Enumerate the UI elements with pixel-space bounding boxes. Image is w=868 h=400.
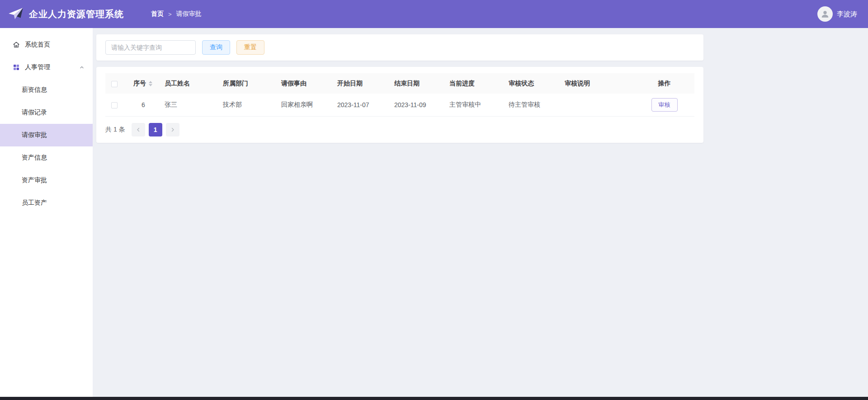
chevron-right-icon xyxy=(170,127,175,132)
sidebar-item-label: 资产审批 xyxy=(22,176,85,184)
select-all-checkbox[interactable] xyxy=(111,81,118,87)
search-input[interactable] xyxy=(105,40,196,55)
app-root: 企业人力资源管理系统 首页 > 请假审批 李波涛 xyxy=(0,0,868,400)
column-header-audit-note: 审核说明 xyxy=(565,73,634,94)
column-header-index: 序号 xyxy=(126,73,165,94)
query-button[interactable]: 查询 xyxy=(202,40,230,55)
reset-button[interactable]: 重置 xyxy=(236,40,264,55)
sidebar-item-hr-management[interactable]: 人事管理 xyxy=(0,56,93,79)
app-logo xyxy=(7,5,24,23)
person-icon xyxy=(820,9,830,19)
sidebar-item-label: 资产信息 xyxy=(22,154,85,162)
leave-approval-table-card: 序号 员工姓名 所属部门 请假事由 开始日期 结束日期 当前进度 审核状态 审核… xyxy=(96,67,703,143)
breadcrumb-current: 请假审批 xyxy=(176,10,202,18)
cell-action: 审核 xyxy=(634,94,694,116)
chevron-left-icon xyxy=(136,127,141,132)
sidebar: 系统首页 人事管理 xyxy=(0,28,93,397)
search-bar-card: 查询 重置 xyxy=(96,34,703,61)
sidebar-item-label: 请假记录 xyxy=(22,108,85,117)
paper-plane-icon xyxy=(7,5,24,23)
body-row: 系统首页 人事管理 xyxy=(0,28,868,397)
sidebar-item-label: 员工资产 xyxy=(22,199,85,207)
cell-name: 张三 xyxy=(165,94,223,116)
cell-department: 技术部 xyxy=(223,94,281,116)
sidebar-item-label: 人事管理 xyxy=(25,63,74,71)
cell-audit-status: 待主管审核 xyxy=(509,94,565,116)
sidebar-item-label: 系统首页 xyxy=(25,41,85,49)
main-content: 查询 重置 xyxy=(93,28,868,397)
sidebar-item-leave-approval[interactable]: 请假审批 xyxy=(0,124,93,146)
cell-audit-note xyxy=(565,94,634,116)
user-name: 李波涛 xyxy=(837,10,857,19)
column-header-action: 操作 xyxy=(634,73,694,94)
row-checkbox[interactable] xyxy=(111,102,118,108)
cell-progress: 主管审核中 xyxy=(449,94,509,116)
sidebar-submenu: 薪资信息 请假记录 请假审批 资产信息 资产审批 员工资产 xyxy=(0,79,93,214)
sidebar-item-salary-info[interactable]: 薪资信息 xyxy=(0,79,93,101)
cell-reason: 回家相亲啊 xyxy=(281,94,337,116)
column-header-reason: 请假事由 xyxy=(281,73,337,94)
leave-approval-table: 序号 员工姓名 所属部门 请假事由 开始日期 结束日期 当前进度 审核状态 审核… xyxy=(105,73,694,117)
sidebar-item-leave-records[interactable]: 请假记录 xyxy=(0,101,93,124)
column-header-audit-status: 审核状态 xyxy=(509,73,565,94)
pagination-prev-button[interactable] xyxy=(132,123,145,136)
page-title: 企业人力资源管理系统 xyxy=(29,8,124,20)
column-header-select xyxy=(105,73,126,94)
pagination-total: 共 1 条 xyxy=(105,126,125,134)
pagination-next-button[interactable] xyxy=(166,123,179,136)
sidebar-item-employee-assets[interactable]: 员工资产 xyxy=(0,192,93,214)
column-header-label: 序号 xyxy=(133,80,146,87)
column-header-end-date: 结束日期 xyxy=(394,73,449,94)
sidebar-item-label: 薪资信息 xyxy=(22,86,85,94)
column-header-name: 员工姓名 xyxy=(165,73,223,94)
column-header-start-date: 开始日期 xyxy=(337,73,394,94)
window-bottom-edge xyxy=(0,397,868,400)
home-icon xyxy=(13,41,20,48)
column-header-progress: 当前进度 xyxy=(449,73,509,94)
sidebar-item-asset-info[interactable]: 资产信息 xyxy=(0,146,93,169)
breadcrumb-separator-icon: > xyxy=(168,11,172,18)
table-header-row: 序号 员工姓名 所属部门 请假事由 开始日期 结束日期 当前进度 审核状态 审核… xyxy=(105,73,694,94)
sort-caret-icon[interactable] xyxy=(149,81,152,86)
sidebar-item-label: 请假审批 xyxy=(22,131,85,139)
app-header: 企业人力资源管理系统 首页 > 请假审批 李波涛 xyxy=(0,0,868,28)
avatar[interactable] xyxy=(817,6,833,22)
audit-button[interactable]: 审核 xyxy=(651,98,678,112)
breadcrumb: 首页 > 请假审批 xyxy=(151,10,202,18)
column-header-department: 所属部门 xyxy=(223,73,281,94)
chevron-up-icon xyxy=(79,65,85,70)
sidebar-item-home[interactable]: 系统首页 xyxy=(0,33,93,56)
breadcrumb-home[interactable]: 首页 xyxy=(151,10,164,18)
sidebar-item-asset-approval[interactable]: 资产审批 xyxy=(0,169,93,192)
cell-index: 6 xyxy=(126,94,165,116)
user-widget[interactable]: 李波涛 xyxy=(817,6,857,22)
cell-select xyxy=(105,94,126,116)
cell-end-date: 2023-11-09 xyxy=(394,94,449,116)
cell-start-date: 2023-11-07 xyxy=(337,94,394,116)
pagination-page-1-button[interactable]: 1 xyxy=(149,123,162,136)
pagination: 共 1 条 1 xyxy=(105,123,694,136)
grid-icon xyxy=(13,64,20,71)
table-row: 6 张三 技术部 回家相亲啊 2023-11-07 2023-11-09 主管审… xyxy=(105,94,694,116)
